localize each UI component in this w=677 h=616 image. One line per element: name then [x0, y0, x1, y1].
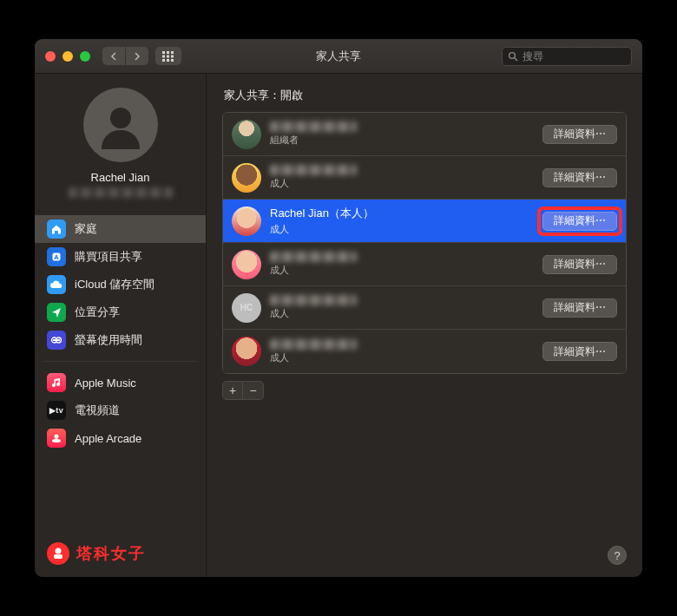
details-button[interactable]: 詳細資料⋯	[542, 168, 617, 187]
minimize-window-button[interactable]	[62, 51, 73, 62]
home-icon	[47, 220, 66, 239]
panel-heading: 家人共享：開啟	[224, 88, 627, 103]
zoom-window-button[interactable]	[80, 51, 90, 62]
show-all-button[interactable]	[155, 47, 181, 65]
member-name	[270, 252, 357, 262]
member-name	[270, 295, 357, 305]
sidebar-item-label: 購買項目共享	[75, 249, 142, 265]
sidebar-item-screen[interactable]: 螢幕使用時間	[35, 326, 206, 354]
member-avatar	[232, 120, 261, 149]
sidebar-item-label: 螢幕使用時間	[75, 332, 142, 348]
preferences-window: 家人共享 Rachel Jian 家庭A購買項目共享iCloud 儲存空間位置分…	[35, 39, 642, 577]
sidebar-item-label: 家庭	[75, 221, 97, 237]
screen-icon	[47, 331, 66, 350]
sidebar-item-home[interactable]: 家庭	[35, 215, 206, 243]
member-row[interactable]: Rachel Jian（本人）成人詳細資料⋯	[223, 200, 626, 243]
svg-rect-5	[171, 55, 174, 57]
chevron-right-icon	[134, 52, 141, 61]
details-button-wrap: 詳細資料⋯	[542, 342, 617, 361]
help-button[interactable]: ?	[608, 546, 627, 565]
details-button[interactable]: 詳細資料⋯	[542, 125, 617, 144]
svg-point-9	[509, 52, 516, 58]
close-window-button[interactable]	[45, 51, 56, 62]
svg-rect-7	[167, 59, 169, 62]
svg-rect-1	[167, 51, 169, 54]
member-meta: 組織者	[270, 121, 534, 147]
sidebar-item-purch[interactable]: A購買項目共享	[35, 243, 206, 271]
sidebar-item-tv[interactable]: ▶tv電視頻道	[35, 396, 206, 424]
details-button-wrap: 詳細資料⋯	[542, 298, 617, 318]
member-avatar	[232, 163, 261, 193]
loc-icon	[47, 303, 66, 322]
svg-line-10	[515, 57, 517, 60]
add-member-button[interactable]: +	[222, 381, 243, 400]
tv-icon: ▶tv	[47, 401, 66, 420]
sidebar-separator	[43, 361, 197, 362]
svg-text:A: A	[54, 253, 59, 261]
chevron-left-icon	[110, 52, 117, 61]
watermark: 塔科女子	[47, 542, 146, 565]
svg-rect-16	[53, 339, 60, 341]
app-icon: A	[47, 247, 66, 266]
sidebar-item-label: 位置分享	[75, 305, 120, 320]
member-row[interactable]: 成人詳細資料⋯	[223, 330, 626, 373]
details-button[interactable]: 詳細資料⋯	[542, 342, 617, 361]
main-panel: 家人共享：開啟 組織者詳細資料⋯成人詳細資料⋯Rachel Jian（本人）成人…	[207, 74, 642, 577]
cloud-icon	[47, 275, 66, 294]
svg-rect-21	[54, 554, 62, 559]
svg-rect-19	[56, 436, 57, 440]
member-row[interactable]: 成人詳細資料⋯	[223, 243, 626, 286]
sidebar-item-icloud[interactable]: iCloud 儲存空間	[35, 271, 206, 298]
svg-rect-4	[167, 55, 169, 57]
sidebar-item-label: Apple Music	[75, 377, 136, 390]
details-button-wrap: 詳細資料⋯	[542, 212, 617, 231]
member-row[interactable]: 成人詳細資料⋯	[223, 156, 626, 200]
member-role: 組織者	[270, 134, 534, 147]
search-input[interactable]	[523, 50, 626, 62]
member-role: 成人	[270, 351, 534, 364]
nav-forward-button[interactable]	[126, 47, 148, 65]
svg-rect-8	[171, 59, 174, 62]
member-avatar: HC	[232, 293, 261, 323]
member-avatar	[232, 250, 261, 279]
member-name: Rachel Jian（本人）	[270, 206, 487, 221]
person-icon	[95, 99, 147, 151]
nav-back-button[interactable]	[102, 47, 125, 65]
sidebar-item-label: 電視頻道	[75, 403, 120, 418]
members-list: 組織者詳細資料⋯成人詳細資料⋯Rachel Jian（本人）成人詳細資料⋯成人詳…	[222, 112, 627, 374]
svg-rect-2	[171, 51, 174, 54]
profile-section: Rachel Jian	[35, 84, 206, 208]
window-body: Rachel Jian 家庭A購買項目共享iCloud 儲存空間位置分享螢幕使用…	[35, 74, 642, 577]
member-role: 成人	[270, 177, 534, 190]
details-button-wrap: 詳細資料⋯	[542, 168, 617, 187]
svg-rect-6	[162, 59, 165, 62]
sidebar-item-loc[interactable]: 位置分享	[35, 298, 206, 326]
sidebar: Rachel Jian 家庭A購買項目共享iCloud 儲存空間位置分享螢幕使用…	[35, 74, 207, 577]
sidebar-item-label: Apple Arcade	[75, 432, 141, 445]
details-button[interactable]: 詳細資料⋯	[542, 255, 617, 274]
titlebar: 家人共享	[35, 39, 642, 74]
svg-rect-3	[162, 55, 165, 57]
member-role: 成人	[270, 223, 534, 236]
member-row[interactable]: 組織者詳細資料⋯	[223, 113, 626, 156]
list-controls: + −	[222, 381, 627, 400]
arcade-icon	[47, 429, 66, 448]
svg-point-20	[56, 548, 62, 554]
member-row[interactable]: HC成人詳細資料⋯	[223, 286, 626, 330]
details-button-wrap: 詳細資料⋯	[542, 125, 617, 144]
member-avatar	[232, 337, 261, 366]
member-meta: 成人	[270, 252, 534, 277]
music-icon	[47, 373, 66, 392]
remove-member-button[interactable]: −	[243, 381, 264, 400]
sidebar-item-label: iCloud 儲存空間	[75, 277, 154, 292]
details-button[interactable]: 詳細資料⋯	[542, 212, 617, 231]
member-name	[270, 339, 357, 350]
sidebar-item-arcade[interactable]: Apple Arcade	[35, 424, 206, 452]
search-field[interactable]	[502, 47, 632, 66]
profile-name: Rachel Jian	[91, 171, 150, 184]
member-meta: 成人	[270, 339, 534, 364]
details-button[interactable]: 詳細資料⋯	[542, 298, 617, 318]
sidebar-item-music[interactable]: Apple Music	[35, 369, 206, 396]
member-meta: 成人	[270, 295, 534, 320]
profile-avatar	[83, 88, 158, 162]
